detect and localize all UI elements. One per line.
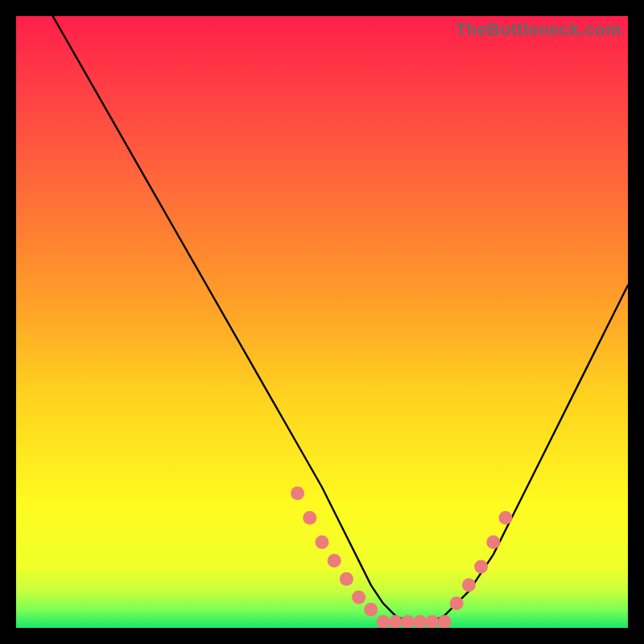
- marker-dot: [499, 511, 513, 525]
- marker-dot: [328, 554, 341, 568]
- marker-dot: [352, 591, 365, 605]
- marker-dot: [462, 578, 476, 592]
- marker-dot: [450, 597, 464, 610]
- marker-dot: [340, 572, 353, 586]
- marker-dot: [486, 535, 500, 549]
- marker-dot: [364, 603, 378, 617]
- watermark-text: TheBottleneck.com: [456, 19, 621, 40]
- marker-dot: [474, 560, 488, 574]
- marker-dot: [316, 535, 329, 549]
- chart-frame: TheBottleneck.com: [16, 16, 628, 628]
- marker-dot: [303, 511, 316, 525]
- marker-dot: [291, 486, 304, 500]
- chart-svg: [16, 16, 628, 628]
